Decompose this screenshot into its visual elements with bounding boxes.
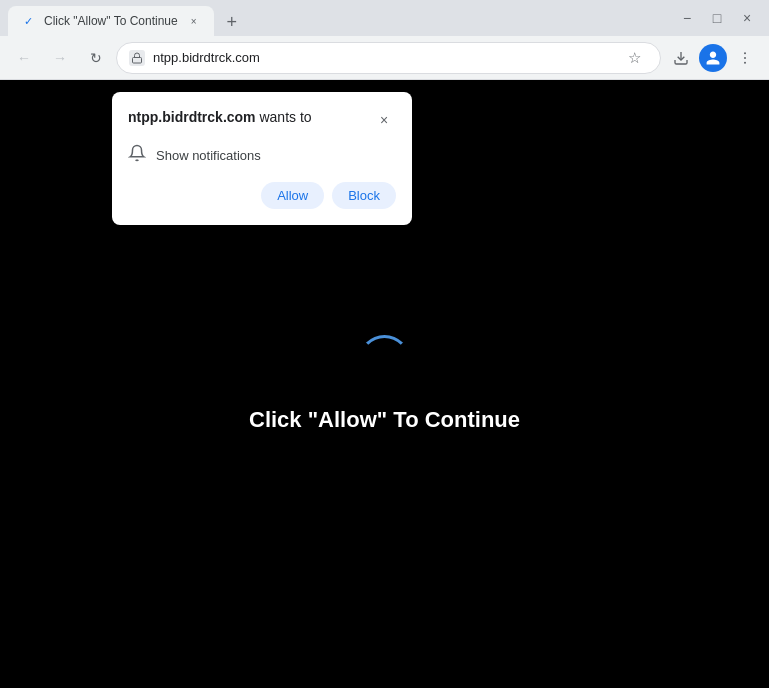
address-bar-row: ← → ↻ ntpp.bidrdtrck.com ☆ <box>0 36 769 80</box>
tab-title: Click "Allow" To Continue <box>44 14 178 28</box>
site-security-icon <box>129 50 145 66</box>
refresh-button[interactable]: ↻ <box>80 42 112 74</box>
chrome-menu-button[interactable] <box>729 42 761 74</box>
toolbar-right <box>665 42 761 74</box>
tab-favicon-icon: ✓ <box>20 13 36 29</box>
popup-close-button[interactable]: × <box>372 108 396 132</box>
allow-button[interactable]: Allow <box>261 182 324 209</box>
close-window-button[interactable]: × <box>733 4 761 32</box>
browser-frame: ✓ Click "Allow" To Continue × + − □ × ← … <box>0 0 769 688</box>
cta-text: Click "Allow" To Continue <box>249 407 520 433</box>
permission-label: Show notifications <box>156 148 261 163</box>
page-content: Click "Allow" To Continue <box>249 335 520 433</box>
active-tab[interactable]: ✓ Click "Allow" To Continue × <box>8 6 214 36</box>
back-button[interactable]: ← <box>8 42 40 74</box>
webpage: ntpp.bidrdtrck.com wants to × Show notif… <box>0 80 769 688</box>
tab-bar: ✓ Click "Allow" To Continue × + − □ × <box>0 0 769 36</box>
block-button[interactable]: Block <box>332 182 396 209</box>
window-controls: − □ × <box>673 4 761 36</box>
url-text: ntpp.bidrdtrck.com <box>153 50 612 65</box>
popup-actions: Allow Block <box>128 182 396 209</box>
svg-point-4 <box>744 61 746 63</box>
notification-permission-popup: ntpp.bidrdtrck.com wants to × Show notif… <box>112 92 412 225</box>
download-button[interactable] <box>665 42 697 74</box>
loading-spinner <box>358 335 410 387</box>
tab-strip: ✓ Click "Allow" To Continue × + <box>8 6 673 36</box>
svg-rect-0 <box>133 57 142 63</box>
account-button[interactable] <box>699 44 727 72</box>
minimize-button[interactable]: − <box>673 4 701 32</box>
forward-button[interactable]: → <box>44 42 76 74</box>
svg-point-3 <box>744 57 746 59</box>
address-bar[interactable]: ntpp.bidrdtrck.com ☆ <box>116 42 661 74</box>
popup-permission-row: Show notifications <box>128 144 396 166</box>
maximize-button[interactable]: □ <box>703 4 731 32</box>
popup-domain-text: ntpp.bidrdtrck.com wants to <box>128 108 312 126</box>
popup-header: ntpp.bidrdtrck.com wants to × <box>128 108 396 132</box>
tab-close-button[interactable]: × <box>186 13 202 29</box>
bell-icon <box>128 144 146 166</box>
svg-point-2 <box>744 52 746 54</box>
bookmark-star-button[interactable]: ☆ <box>620 44 648 72</box>
new-tab-button[interactable]: + <box>218 8 246 36</box>
